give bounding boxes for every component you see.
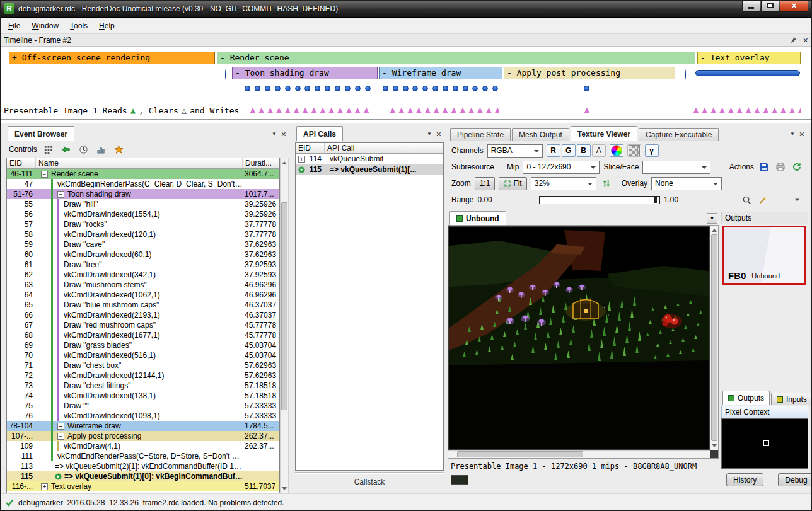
event-row-65[interactable]: 65Draw "blue mushroom caps"46.37037 bbox=[7, 300, 279, 310]
zoom-dropdown[interactable]: 32% bbox=[531, 177, 596, 190]
tab-event-browser[interactable]: Event Browser bbox=[8, 126, 74, 141]
event-row-61[interactable]: 61Draw "tree"37.92593 bbox=[7, 260, 279, 270]
tab-pipeline-state[interactable]: Pipeline State bbox=[450, 128, 511, 141]
timeline-close-icon[interactable]: × bbox=[803, 36, 808, 45]
close-button[interactable]: × bbox=[780, 0, 808, 12]
scroll-down-icon[interactable] bbox=[710, 442, 718, 450]
expand-box[interactable]: + bbox=[41, 483, 48, 490]
texture-vertical-scrollbar[interactable] bbox=[710, 226, 718, 450]
history-button[interactable]: History bbox=[726, 473, 763, 486]
event-row-58[interactable]: 58vkCmdDrawIndexed(120,1)37.77778 bbox=[7, 229, 279, 239]
tab-capture-executable[interactable]: Capture Executable bbox=[639, 128, 719, 141]
event-row-73[interactable]: 73Draw "chest fittings"57.18518 bbox=[7, 381, 279, 391]
event-row-71[interactable]: 71Draw "chest box"57.62963 bbox=[7, 360, 279, 370]
event-row-47[interactable]: 47vkCmdBeginRenderPass(C=Clear, D=Clear,… bbox=[7, 179, 279, 189]
timeline-bar-text-overlay[interactable]: - Text overlay bbox=[697, 52, 801, 64]
flip-y-button[interactable] bbox=[600, 177, 613, 190]
event-row-46-111[interactable]: 46-111−Render scene3064.7... bbox=[7, 169, 279, 179]
pixel-context-view[interactable] bbox=[721, 418, 808, 469]
timeline-bar-render-scene[interactable]: - Render scene bbox=[217, 52, 695, 64]
usage-triangle-group[interactable]: ▲▲▲▲▲▲▲▲▲▲▲▲▲ bbox=[692, 105, 801, 114]
event-row-63[interactable]: 63Draw "mushroom stems"46.96296 bbox=[7, 280, 279, 290]
panel-close-icon[interactable]: × bbox=[436, 130, 441, 139]
channel-r-button[interactable]: R bbox=[547, 144, 560, 157]
timeline-dot-group[interactable] bbox=[584, 86, 589, 91]
range-slider[interactable] bbox=[539, 196, 660, 204]
event-row-66[interactable]: 66vkCmdDrawIndexed(2193,1)46.37037 bbox=[7, 310, 279, 320]
debug-button[interactable]: Debug bbox=[778, 473, 812, 486]
event-row-109[interactable]: 109vkCmdDraw(4,1)262.37... bbox=[7, 441, 279, 451]
panel-menu-icon[interactable]: ▼ bbox=[427, 132, 432, 137]
scroll-up-icon[interactable] bbox=[710, 226, 718, 234]
event-row-55[interactable]: 55Draw "hill"39.25926 bbox=[7, 199, 279, 209]
api-row-114[interactable]: +114vkQueueSubmit bbox=[296, 154, 443, 164]
scrollbar-thumb[interactable] bbox=[457, 451, 583, 457]
channels-dropdown[interactable]: RGBA bbox=[487, 144, 543, 158]
menu-item-window[interactable]: Window bbox=[26, 19, 64, 33]
menu-item-tools[interactable]: Tools bbox=[64, 19, 93, 33]
pin-icon[interactable] bbox=[789, 36, 797, 44]
timeline-dot[interactable] bbox=[685, 70, 686, 79]
timeline-bar-off-screen-scene-rendering[interactable]: + Off-screen scene rendering bbox=[9, 52, 215, 64]
slice-face-dropdown[interactable] bbox=[642, 161, 710, 174]
channel-b-button[interactable]: B bbox=[577, 144, 591, 157]
event-row-60[interactable]: 60vkCmdDrawIndexed(60,1)37.62963 bbox=[7, 250, 279, 260]
timeline-bar-toon-shading-draw[interactable]: - Toon shading draw bbox=[232, 67, 378, 79]
expand-box[interactable]: − bbox=[57, 191, 64, 198]
expand-box[interactable]: + bbox=[298, 156, 305, 163]
timeline-dot-group[interactable] bbox=[245, 86, 371, 91]
scroll-up-icon[interactable] bbox=[281, 158, 288, 166]
alpha-background-button[interactable] bbox=[627, 144, 641, 157]
event-row-75[interactable]: 75Draw ""57.33333 bbox=[7, 401, 279, 411]
tab-api-calls[interactable]: API Calls bbox=[296, 126, 343, 141]
channel-g-button[interactable]: G bbox=[562, 144, 576, 157]
event-row-113[interactable]: 113=> vkQueueSubmit(2)[1]: vkEndCommandB… bbox=[7, 461, 279, 471]
event-row-64[interactable]: 64vkCmdDrawIndexed(1062,1)46.96296 bbox=[7, 290, 279, 300]
gamma-button[interactable]: γ bbox=[645, 144, 659, 157]
event-row-70[interactable]: 70vkCmdDrawIndexed(516,1)45.03704 bbox=[7, 350, 279, 360]
callstack-splitter[interactable] bbox=[295, 472, 444, 474]
menu-item-help[interactable]: Help bbox=[93, 19, 120, 33]
event-row-67[interactable]: 67Draw "red mushroom caps"45.77778 bbox=[7, 320, 279, 330]
timeline-dot[interactable] bbox=[225, 70, 226, 79]
event-row-116-...[interactable]: 116-...+Text overlay511.7037 bbox=[7, 481, 279, 491]
texture-horizontal-scrollbar[interactable] bbox=[448, 450, 710, 458]
zoom-1to1-button[interactable]: 1:1 bbox=[475, 177, 496, 190]
event-row-62[interactable]: 62vkCmdDrawIndexed(342,1)37.92593 bbox=[7, 270, 279, 280]
column-header-api-call[interactable]: API Call bbox=[325, 143, 443, 153]
column-header-name[interactable]: Name bbox=[36, 158, 243, 168]
event-row-68[interactable]: 68vkCmdDrawIndexed(1677,1)45.77778 bbox=[7, 330, 279, 340]
api-row-115[interactable]: 115=> vkQueueSubmit(1)[... bbox=[296, 164, 443, 175]
event-row-74[interactable]: 74vkCmdDrawIndexed(138,1)57.18518 bbox=[7, 391, 279, 401]
filter-button[interactable] bbox=[42, 143, 55, 156]
minimize-button[interactable] bbox=[742, 0, 760, 12]
column-header-eid[interactable]: EID bbox=[7, 158, 36, 168]
texture-tab-unbound[interactable]: Unbound bbox=[450, 211, 506, 225]
column-header-eid[interactable]: EID bbox=[296, 143, 325, 153]
usage-triangle-group[interactable]: ▲ bbox=[583, 105, 591, 114]
mip-dropdown[interactable]: 0 - 1272x690 bbox=[523, 161, 600, 174]
event-row-78-104[interactable]: 78-104+Wireframe draw1784.5... bbox=[7, 421, 279, 431]
goto-eid-button[interactable] bbox=[60, 143, 72, 156]
tab-texture-viewer[interactable]: Texture Viewer bbox=[571, 126, 637, 141]
event-row-56[interactable]: 56vkCmdDrawIndexed(1554,1)39.25926 bbox=[7, 209, 279, 219]
expand-box[interactable]: − bbox=[57, 433, 64, 440]
maximize-button[interactable] bbox=[761, 0, 779, 12]
channel-a-button[interactable]: A bbox=[592, 144, 606, 157]
event-row-76[interactable]: 76vkCmdDrawIndexed(1098,1)57.33333 bbox=[7, 411, 279, 421]
timeline-bar-wireframe-draw[interactable]: - Wireframe draw bbox=[379, 67, 502, 79]
event-row-59[interactable]: 59Draw "cave"37.62963 bbox=[7, 239, 279, 250]
event-row-115[interactable]: 115=> vkQueueSubmit(1)[0]: vkBeginComman… bbox=[7, 471, 279, 481]
tab-inputs[interactable]: Inputs bbox=[771, 393, 812, 405]
usage-triangle-group[interactable]: ▲▲▲▲▲▲▲▲▲▲▲▲▲ bbox=[388, 105, 499, 114]
usage-triangle-group[interactable]: ▲▲▲▲▲▲▲▲▲▲▲▲▲▲▲ bbox=[248, 105, 373, 114]
event-row-69[interactable]: 69Draw "grass blades"45.03704 bbox=[7, 340, 279, 350]
texture-image[interactable] bbox=[450, 227, 709, 449]
fb0-thumbnail[interactable]: FB0 Unbound bbox=[722, 226, 806, 285]
expand-box[interactable]: + bbox=[57, 423, 64, 430]
fit-button[interactable]: Fit bbox=[499, 177, 526, 190]
event-row-51-76[interactable]: 51-76−Toon shading draw1017.7... bbox=[7, 189, 279, 199]
column-header-duration[interactable]: Durati... bbox=[243, 158, 279, 168]
event-browser-scrollbar[interactable] bbox=[280, 158, 289, 493]
time-durations-button[interactable] bbox=[78, 143, 90, 156]
